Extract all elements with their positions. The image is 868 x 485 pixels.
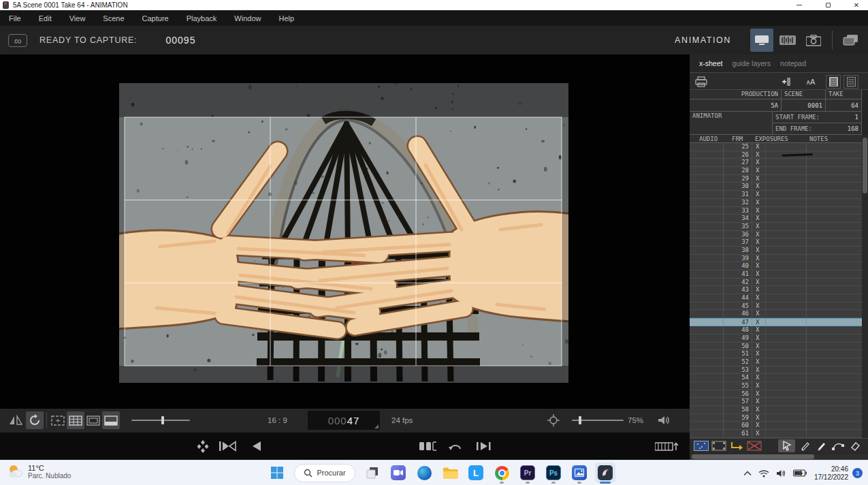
audio-cell[interactable] [690, 223, 724, 230]
exposure-extra-cell[interactable] [766, 286, 807, 294]
taskbar-clock[interactable]: 20:46 17/12/2022 [814, 465, 848, 482]
notes-cell[interactable] [807, 350, 862, 358]
row-view-filled-icon[interactable] [826, 75, 841, 89]
xsheet-row[interactable]: 48X [690, 326, 862, 334]
lens-app-icon[interactable]: L [466, 463, 486, 483]
exposure-extra-cell[interactable] [766, 326, 807, 334]
grid-icon[interactable] [67, 411, 84, 429]
exposure-cell[interactable]: X [752, 358, 766, 366]
xsheet-row[interactable]: 43X [690, 286, 862, 294]
notes-cell[interactable] [807, 422, 862, 429]
audio-cell[interactable] [690, 302, 724, 310]
exposure-cell[interactable]: X [752, 382, 766, 390]
notes-cell[interactable] [807, 343, 862, 350]
audio-cell[interactable] [690, 159, 724, 166]
exposure-extra-cell[interactable] [766, 247, 807, 254]
notes-cell[interactable] [807, 294, 862, 302]
loop-icon[interactable] [447, 437, 464, 455]
scrollbar-thumb[interactable] [692, 454, 814, 459]
xsheet-row[interactable]: 57X [690, 398, 862, 406]
notes-cell[interactable] [807, 191, 862, 198]
audio-cell[interactable] [690, 175, 724, 183]
exposure-cell[interactable]: X [752, 262, 766, 270]
notes-cell[interactable] [807, 175, 862, 183]
audio-cell[interactable] [690, 262, 724, 270]
audio-cell[interactable] [690, 366, 724, 374]
xsheet-row[interactable]: 52X [690, 358, 862, 366]
play-reverse-icon[interactable] [248, 437, 266, 455]
notes-cell[interactable] [807, 319, 862, 326]
short-play-icon[interactable] [419, 437, 436, 455]
exposure-cell[interactable]: X [752, 183, 766, 190]
notes-cell[interactable] [807, 262, 862, 270]
end-frame-cell[interactable]: END FRAME: 168 [773, 123, 862, 135]
audio-cell[interactable] [690, 326, 724, 334]
xsheet-row[interactable]: 37X [690, 238, 862, 247]
exposure-extra-cell[interactable] [766, 270, 807, 278]
chat-icon[interactable] [388, 463, 408, 483]
xsheet-row[interactable]: 34X [690, 215, 862, 223]
xsheet-row[interactable]: 33X [690, 207, 862, 215]
audio-cell[interactable] [690, 247, 724, 254]
notes-cell[interactable] [807, 255, 862, 262]
exposure-cell[interactable]: X [752, 350, 766, 358]
exposure-extra-cell[interactable] [766, 334, 807, 342]
exposure-extra-cell[interactable] [766, 319, 807, 326]
tab-guide-layers[interactable]: guide layers [732, 59, 771, 67]
xsheet-row[interactable]: 49X [690, 334, 862, 343]
start-frame-cell[interactable]: START FRAME: 1 [773, 112, 862, 123]
chrome-icon[interactable] [492, 463, 512, 483]
exposure-extra-cell[interactable] [766, 302, 807, 310]
exposure-cell[interactable]: X [752, 151, 766, 159]
frame-counter-field[interactable]: 00047 [308, 411, 380, 430]
audio-cell[interactable] [690, 334, 724, 342]
audio-cell[interactable] [690, 199, 724, 206]
battery-icon[interactable] [793, 469, 807, 477]
aspect-mask-icon[interactable] [102, 411, 120, 429]
exposure-extra-cell[interactable] [766, 231, 807, 238]
xsheet-row[interactable]: 32X [690, 199, 862, 207]
notes-cell[interactable] [807, 231, 862, 238]
audio-cell[interactable] [690, 207, 724, 215]
menu-capture[interactable]: Capture [133, 14, 178, 22]
xsheet-row[interactable]: 44X [690, 294, 862, 302]
xsheet-row[interactable]: 31X [690, 191, 862, 199]
xsheet-row[interactable]: 47X [690, 318, 862, 326]
volume-icon[interactable] [655, 411, 673, 429]
notes-cell[interactable] [807, 414, 862, 422]
xsheet-row[interactable]: 26X [690, 151, 862, 159]
exposure-cell[interactable]: X [752, 294, 766, 302]
matte-frame-icon[interactable] [710, 439, 727, 452]
mask-opacity-slider[interactable] [131, 420, 190, 421]
capture-set-icon[interactable] [692, 439, 709, 452]
exposure-extra-cell[interactable] [766, 382, 807, 390]
audio-cell[interactable] [690, 350, 724, 358]
exposure-cell[interactable]: X [752, 159, 766, 166]
notes-cell[interactable] [807, 247, 862, 254]
audio-cell[interactable] [690, 238, 724, 246]
cursor-tool-icon[interactable] [778, 439, 795, 452]
rotate-icon[interactable] [26, 411, 44, 429]
chevron-up-icon[interactable] [743, 471, 752, 476]
search-box[interactable]: Procurar [294, 464, 355, 482]
exposure-cell[interactable]: X [752, 143, 766, 151]
exposure-cell[interactable]: X [752, 199, 766, 206]
exposure-extra-cell[interactable] [766, 358, 807, 366]
xsheet-row[interactable]: 42X [690, 279, 862, 287]
audio-cell[interactable] [690, 286, 724, 294]
exposure-cell[interactable]: X [752, 238, 766, 246]
exposure-cell[interactable]: X [752, 279, 766, 286]
notes-cell[interactable] [807, 207, 862, 215]
exposure-cell[interactable]: X [752, 270, 766, 278]
zoom-handle[interactable] [579, 416, 581, 424]
notes-cell[interactable] [807, 334, 862, 342]
audio-cell[interactable] [690, 183, 724, 190]
minimize-button[interactable] [788, 0, 811, 10]
exposure-cell[interactable]: X [752, 422, 766, 429]
audio-cell[interactable] [690, 167, 724, 174]
notification-badge[interactable]: 3 [852, 468, 863, 478]
audio-cell[interactable] [690, 215, 724, 222]
xsheet-row[interactable]: 30X [690, 183, 862, 191]
exposure-cell[interactable]: X [752, 366, 766, 374]
audio-cell[interactable] [690, 319, 724, 326]
